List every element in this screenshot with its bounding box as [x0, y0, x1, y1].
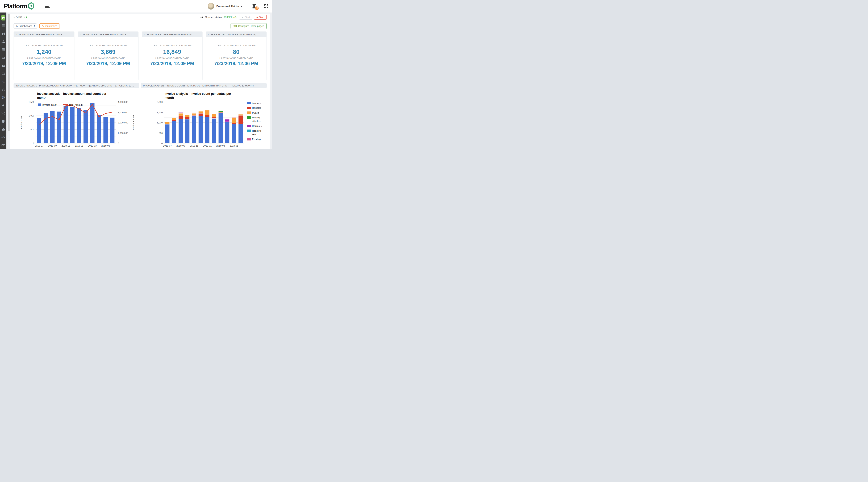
- svg-text:Invoice analysis - Invoice amo: Invoice analysis - Invoice amount and co…: [37, 92, 106, 95]
- sidebar-item-organizations[interactable]: [0, 125, 6, 133]
- shuffle-icon: [2, 112, 5, 115]
- svg-text:Ackno…: Ackno…: [252, 102, 261, 104]
- svg-text:2,000: 2,000: [157, 101, 163, 103]
- svg-text:month: month: [37, 96, 46, 99]
- refresh-icon: [24, 16, 27, 19]
- pending-tasks-button[interactable]: 13: [252, 4, 256, 9]
- tables-grid-icon: [2, 49, 5, 51]
- start-service-button[interactable]: ▶ Start: [239, 15, 252, 20]
- svg-text:0: 0: [33, 142, 34, 145]
- fullscreen-icon: [264, 4, 268, 8]
- svg-text:500: 500: [159, 132, 163, 134]
- svg-text:2018-09: 2018-09: [48, 145, 57, 147]
- user-avatar[interactable]: [208, 3, 214, 9]
- svg-text:2018-11: 2018-11: [190, 145, 198, 147]
- kpi-value-label: LAST SYNCHRONIZATION VALUE: [25, 44, 63, 47]
- notification-badge: 13: [255, 6, 259, 10]
- stop-service-button[interactable]: ■ Stop: [254, 15, 267, 20]
- brand-name: Platform: [4, 3, 27, 10]
- sidebar-item-scripts[interactable]: </>: [0, 133, 6, 141]
- sidebar-item-forms[interactable]: [0, 22, 6, 30]
- svg-text:2018-09: 2018-09: [176, 145, 185, 147]
- content-scrollbar[interactable]: [8, 14, 9, 131]
- fullscreen-button[interactable]: [264, 4, 268, 8]
- select-arrows-icon: ▲▼: [34, 25, 35, 27]
- chart-section-header: INVOICE ANALYSIS - INVOICE COUNT PER STA…: [141, 83, 267, 88]
- brand-6-hexagon-icon: [28, 2, 34, 10]
- svg-text:Ready to: Ready to: [252, 129, 261, 132]
- kpi-date: 7/23/2019, 12:09 PM: [86, 61, 130, 66]
- svg-text:2019-03: 2019-03: [216, 145, 225, 147]
- service-status-value: RUNNING: [224, 16, 237, 19]
- invoice-amount-count-chart-section: INVOICE ANALYSIS - INVOICE AMOUNT AND CO…: [13, 83, 139, 149]
- kpi-date: 7/23/2019, 12:09 PM: [22, 61, 66, 66]
- svg-text:1,500: 1,500: [28, 101, 34, 103]
- svg-text:Deprec…: Deprec…: [252, 125, 262, 127]
- svg-text:2019-05: 2019-05: [230, 145, 238, 147]
- svg-text:Invoice count: Invoice count: [20, 116, 23, 129]
- app-window: Platform Emmanuel Thiriez ▼ 13: [0, 0, 272, 149]
- svg-text:1,500: 1,500: [157, 111, 163, 114]
- area-chart-icon: [2, 56, 5, 59]
- sidebar-item-home[interactable]: [0, 14, 6, 22]
- service-status-label: Service status:: [205, 16, 223, 19]
- kpi-card-header: # OF INVOICES OVER THE PAST 365 DAYS: [142, 32, 203, 37]
- svg-text:Invoice analysis - Invoice cou: Invoice analysis - Invoice count per sta…: [164, 92, 231, 95]
- sidebar-item-data[interactable]: [0, 117, 6, 125]
- kpi-value: 16,849: [163, 49, 181, 55]
- banknote-icon: 1: [2, 144, 5, 146]
- kpi-card-row: # OF INVOICES OVER THE PAST 30 DAYS LAST…: [10, 31, 270, 81]
- sidebar-item-billing[interactable]: 1: [0, 141, 6, 149]
- svg-text:3,000,000: 3,000,000: [118, 111, 128, 114]
- service-refresh-icon[interactable]: [200, 16, 203, 19]
- configure-home-pages-button[interactable]: ⚙⚙ Configure Home pages: [230, 23, 267, 29]
- kpi-card-30-days: # OF INVOICES OVER THE PAST 30 DAYS LAST…: [13, 31, 74, 81]
- customize-button[interactable]: ✎ Customize: [39, 24, 60, 29]
- email-at-icon: @: [2, 96, 5, 99]
- kpi-date: 7/23/2019, 12:06 PM: [214, 61, 258, 66]
- kpi-value-label: LAST SYNCHRONIZATION VALUE: [89, 44, 127, 47]
- dashboard-select[interactable]: AR dashboard ▲▼: [13, 24, 37, 29]
- sidebar-item-triggers[interactable]: [0, 101, 6, 110]
- sidebar-item-email[interactable]: @: [0, 94, 6, 101]
- invoice-status-chart-section: INVOICE ANALYSIS - INVOICE COUNT PER STA…: [141, 83, 267, 149]
- svg-text:Total Amount: Total Amount: [69, 103, 83, 106]
- svg-text:1,000,000: 1,000,000: [118, 132, 128, 134]
- sidebar-item-routes[interactable]: [0, 38, 6, 46]
- kpi-card-90-days: # OF INVOICES OVER THE PAST 90 DAYS LAST…: [78, 31, 138, 81]
- svg-text:Invoice count: Invoice count: [42, 103, 57, 106]
- kpi-value: 80: [233, 49, 240, 55]
- stacked-bar-chart: 05001,0001,5002,0002018-072018-092018-11…: [141, 88, 267, 149]
- svg-text:2019-01: 2019-01: [75, 145, 83, 147]
- sidebar-item-charts[interactable]: [0, 54, 6, 62]
- left-sidebar: >_ @ </> 1: [0, 12, 6, 149]
- sidebar-item-workflows[interactable]: [0, 86, 6, 94]
- svg-text:2018-07: 2018-07: [35, 145, 43, 147]
- menu-hamburger-button[interactable]: [45, 5, 50, 8]
- main-content: HOME Service status: RUNNING ▶ Start ■ S…: [10, 13, 270, 149]
- svg-text:month: month: [164, 96, 174, 99]
- user-name[interactable]: Emmanuel Thiriez: [216, 5, 239, 8]
- svg-text:2019-01: 2019-01: [203, 145, 212, 147]
- sidebar-item-tables[interactable]: [0, 46, 6, 54]
- svg-text:send: send: [252, 133, 257, 135]
- sidebar-item-portal[interactable]: [0, 70, 6, 78]
- svg-text:1,000: 1,000: [28, 114, 34, 117]
- kpi-card-rejected: # OF REJECTED INVOICES (PAST 30 DAYS) LA…: [206, 31, 267, 81]
- sidebar-item-routing[interactable]: [0, 110, 6, 118]
- dashboard-controls: AR dashboard ▲▼ ✎ Customize ⚙⚙ Configure…: [10, 21, 270, 31]
- code-icon: </>: [1, 136, 5, 139]
- sidebar-item-dashboard[interactable]: [0, 62, 6, 70]
- svg-text:Invalid: Invalid: [252, 112, 259, 114]
- refresh-page-button[interactable]: [24, 16, 27, 19]
- svg-text:0: 0: [161, 142, 163, 145]
- dashboard-select-value: AR dashboard: [16, 25, 32, 27]
- sidebar-item-terminal[interactable]: >_: [0, 78, 6, 86]
- sidebar-item-services[interactable]: [0, 30, 6, 38]
- kpi-date-label: LAST SYNCHRONIZED DATE: [219, 57, 253, 60]
- user-menu-caret-icon: ▼: [241, 5, 242, 7]
- kpi-date-label: LAST SYNCHRONIZED DATE: [155, 57, 189, 60]
- platform6-logo[interactable]: Platform: [4, 2, 34, 10]
- svg-text:Missing: Missing: [252, 116, 260, 119]
- stop-square-icon: ■: [256, 16, 258, 19]
